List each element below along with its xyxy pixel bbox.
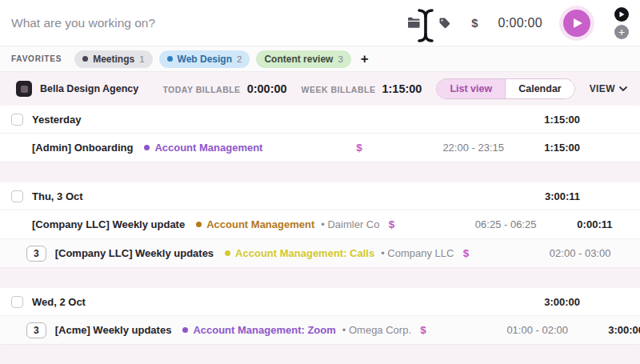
project-color-dot	[144, 145, 150, 150]
entry-time-range: 06:25 - 06:25	[442, 218, 536, 230]
entry-client: • Daimler Co	[321, 218, 379, 230]
chevron-down-icon	[619, 86, 627, 91]
entry-time-range: 01:00 - 02:00	[474, 324, 568, 336]
time-entry-row[interactable]: 3[Acme] Weekly updatesAccount Management…	[0, 315, 640, 344]
favorite-dot-icon	[167, 56, 173, 62]
start-timer-button[interactable]	[563, 10, 590, 37]
favorite-label: Meetings	[93, 54, 134, 65]
favorite-count: 2	[237, 54, 242, 64]
time-entry-row[interactable]: [Admin] OnboardingAccount Management$22:…	[0, 133, 640, 162]
day-total-duration: 3:00:00	[524, 296, 580, 308]
mini-timer-mode-button[interactable]	[614, 7, 629, 22]
day-total-duration: 1:15:00	[524, 114, 580, 126]
entry-client: • Company LLC	[381, 247, 454, 259]
entry-project[interactable]: Account Management: Calls	[225, 247, 374, 259]
project-color-dot	[196, 222, 202, 227]
calendar-view-tab[interactable]: Calendar	[505, 79, 574, 98]
entry-duration: 0:00:11	[556, 218, 612, 230]
workspace-name: Bella Design Agency	[40, 83, 138, 94]
day-title: Yesterday	[32, 114, 81, 126]
entry-project[interactable]: Account Management: Zoom	[182, 324, 335, 336]
day-total-duration: 3:00:11	[524, 190, 580, 202]
workspace-logo-icon	[16, 81, 32, 97]
entry-billable-icon[interactable]: $	[411, 324, 435, 336]
add-favorite-button[interactable]: +	[361, 52, 369, 66]
favorites-label: FAVORITES	[11, 54, 62, 63]
grouped-entries-count-badge[interactable]: 3	[26, 322, 46, 338]
project-color-dot	[225, 250, 230, 256]
entry-description: [Admin] Onboarding	[32, 142, 133, 154]
workspace-header: Bella Design Agency TODAY BILLABLE 0:00:…	[0, 72, 640, 106]
entry-right-controls: $01:00 - 02:003:00:00	[411, 324, 640, 336]
timer-readout: 0:00:00	[498, 16, 542, 30]
view-mode-toggle: List view Calendar	[436, 78, 574, 99]
time-entry-list: Yesterday1:15:00[Admin] OnboardingAccoun…	[0, 106, 640, 344]
grouped-entries-count-badge[interactable]: 3	[26, 246, 46, 262]
today-billable-value: 0:00:00	[247, 82, 287, 95]
favorites-bar: FAVORITES Meetings1Web Design2Content re…	[0, 46, 640, 72]
entry-right-controls: $06:25 - 06:250:00:11	[379, 218, 640, 230]
week-billable-value: 1:15:00	[382, 82, 422, 95]
billable-dollar-icon[interactable]: $	[468, 16, 482, 30]
favorite-label: Content review	[264, 54, 333, 65]
time-entry-row[interactable]: [Company LLC] Weekly updateAccount Manag…	[0, 210, 640, 238]
select-day-checkbox[interactable]	[11, 296, 23, 308]
entry-description: [Acme] Weekly updates	[55, 324, 172, 336]
day-section: Thu, 3 Oct3:00:11[Company LLC] Weekly up…	[0, 182, 640, 267]
time-entry-row[interactable]: 3[Company LLC] Weekly updatesAccount Man…	[0, 238, 640, 267]
project-color-dot	[182, 327, 188, 333]
view-dropdown-label: VIEW	[590, 83, 615, 94]
entry-project[interactable]: Account Management	[196, 218, 314, 230]
favorite-count: 1	[139, 54, 144, 64]
select-day-checkbox[interactable]	[11, 114, 23, 126]
mini-add-entry-button[interactable]: +	[614, 25, 629, 39]
entry-client: • Omega Corp.	[342, 324, 411, 336]
favorite-pill[interactable]: Web Design2	[159, 50, 250, 68]
tag-icon[interactable]	[438, 16, 452, 30]
entry-time-range: 22:00 - 23:15	[410, 142, 504, 154]
entry-duration: 1:15:00	[524, 142, 580, 154]
entry-billable-icon[interactable]: $	[454, 247, 478, 259]
day-section: Wed, 2 Oct3:00:003[Acme] Weekly updatesA…	[0, 288, 640, 344]
today-billable-label: TODAY BILLABLE	[162, 85, 240, 94]
day-title: Thu, 3 Oct	[32, 190, 83, 202]
project-name: Account Management: Zoom	[193, 324, 335, 336]
entry-right-controls: $22:00 - 23:151:15:00	[347, 142, 640, 154]
entry-time-range: 02:00 - 03:00	[516, 247, 610, 259]
project-name: Account Management	[154, 142, 262, 154]
entry-duration: 3:00:00	[630, 247, 640, 259]
project-folder-icon[interactable]	[407, 16, 422, 30]
day-section-header: Thu, 3 Oct3:00:11	[0, 182, 640, 210]
entry-right-controls: $02:00 - 03:003:00:00	[454, 247, 640, 259]
entry-description: [Company LLC] Weekly updates	[55, 247, 214, 259]
entry-duration: 3:00:00	[588, 324, 640, 336]
entry-project[interactable]: Account Management	[144, 142, 262, 154]
project-name: Account Management	[206, 218, 314, 230]
favorite-dot-icon	[82, 56, 88, 62]
day-section-header: Wed, 2 Oct3:00:00	[0, 288, 640, 315]
entry-description: [Company LLC] Weekly update	[32, 218, 185, 230]
favorite-pill[interactable]: Meetings1	[74, 50, 152, 68]
timer-bar: What are you working on? $ 0:00:00 +	[0, 0, 640, 46]
favorite-count: 3	[338, 54, 342, 64]
entry-billable-icon[interactable]: $	[347, 142, 371, 154]
select-day-checkbox[interactable]	[11, 190, 23, 202]
list-view-tab[interactable]: List view	[437, 79, 505, 98]
week-billable-label: WEEK BILLABLE	[302, 85, 376, 94]
entry-billable-icon[interactable]: $	[379, 218, 403, 230]
day-section-header: Yesterday1:15:00	[0, 106, 640, 133]
day-title: Wed, 2 Oct	[32, 296, 86, 308]
timer-description-input[interactable]: What are you working on?	[11, 16, 155, 30]
favorite-pill[interactable]: Content review3	[256, 50, 350, 68]
favorite-label: Web Design	[178, 54, 232, 65]
day-section: Yesterday1:15:00[Admin] OnboardingAccoun…	[0, 106, 640, 162]
project-name: Account Management: Calls	[235, 247, 374, 259]
view-dropdown[interactable]: VIEW	[590, 83, 627, 94]
